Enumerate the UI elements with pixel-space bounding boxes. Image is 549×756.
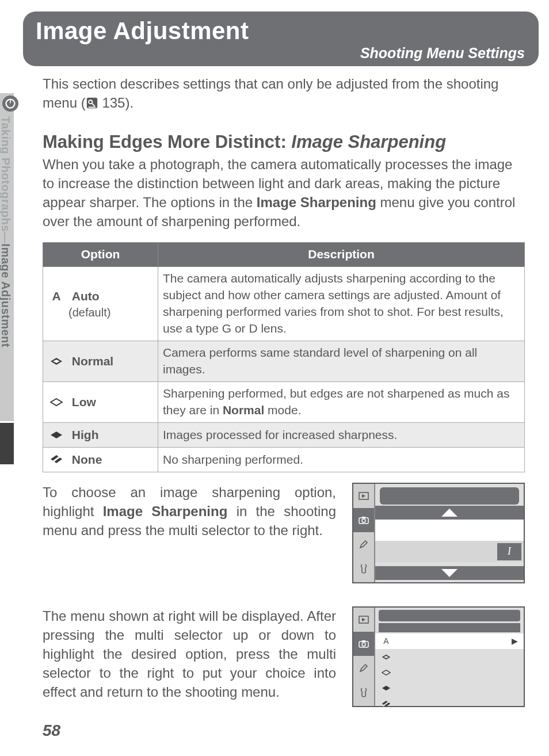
diamond-outline-icon [48, 394, 65, 411]
instruction-block-1: To choose an image sharpening option, hi… [43, 483, 525, 583]
shooting-tab-icon [353, 632, 374, 656]
setup-tab-icon [353, 680, 374, 704]
main-content: This section describes settings that can… [43, 74, 525, 707]
svg-rect-1 [10, 100, 11, 103]
diamond-solid-icon [380, 685, 392, 691]
side-tab-label: Taking Photographs—Image Adjustment [0, 116, 12, 348]
diamond-filled-icon [380, 654, 392, 660]
up-arrow-icon [441, 509, 458, 517]
body-paragraph-1: When you take a photograph, the camera a… [43, 155, 525, 231]
playback-tab-icon [353, 484, 374, 508]
submenu-row-auto: A ▶ [375, 633, 524, 649]
table-row: Low Sharpening performed, but edges are … [43, 382, 525, 423]
diamond-solid-icon [48, 427, 65, 444]
submenu-row-none [375, 696, 524, 711]
th-option: Option [43, 243, 158, 267]
right-arrow-icon: ▶ [512, 636, 518, 647]
th-description: Description [158, 243, 525, 267]
submenu-row-high [375, 680, 524, 696]
page-number: 58 [43, 721, 60, 740]
diamond-outline-icon [380, 670, 392, 675]
svg-marker-13 [362, 494, 365, 498]
section-title: Image Adjustment [23, 12, 539, 45]
camera-mode-icon [2, 96, 18, 112]
side-tab: Taking Photographs—Image Adjustment [0, 93, 21, 421]
diamond-filled-icon [48, 353, 65, 370]
table-row: A Auto (default) The camera automaticall… [43, 267, 525, 341]
thumb-tab [0, 423, 14, 464]
svg-marker-8 [51, 399, 62, 406]
svg-point-15 [362, 519, 365, 522]
submenu-row-normal [375, 649, 524, 665]
menu-screenshot-1: I [352, 483, 525, 583]
setup-tab-icon [353, 556, 374, 581]
svg-point-20 [362, 643, 365, 646]
section-header: Image Adjustment Shooting Menu Settings [23, 12, 539, 66]
no-symbol-icon [48, 452, 65, 468]
page-ref-icon [86, 95, 98, 114]
down-arrow-icon [441, 569, 458, 577]
option-icon-auto: A [48, 288, 65, 305]
menu-value-indicator: I [497, 543, 521, 560]
svg-rect-21 [362, 640, 365, 642]
menu-screenshot-2: A ▶ [352, 606, 525, 707]
section-heading: Making Edges More Distinct: Image Sharpe… [43, 130, 525, 155]
svg-marker-25 [382, 685, 390, 690]
pencil-tab-icon [353, 532, 374, 556]
options-table: Option Description A Auto (default) The … [43, 242, 525, 472]
svg-marker-9 [51, 432, 62, 438]
playback-tab-icon [353, 608, 374, 632]
instruction-block-2: The menu shown at right will be displaye… [43, 606, 525, 707]
submenu-row-low [375, 665, 524, 680]
menu-selected-row [375, 520, 524, 541]
shooting-tab-icon [353, 508, 374, 532]
no-symbol-icon [380, 700, 392, 707]
table-row: Normal Camera performs same standard lev… [43, 341, 525, 382]
pencil-tab-icon [353, 656, 374, 680]
intro-paragraph: This section describes settings that can… [43, 74, 525, 114]
table-row: High Images processed for increased shar… [43, 423, 525, 448]
table-row: None No sharpening performed. [43, 448, 525, 472]
svg-marker-24 [382, 670, 390, 675]
svg-marker-18 [362, 618, 365, 621]
option-icon-auto: A [380, 636, 392, 647]
section-subtitle: Shooting Menu Settings [23, 45, 539, 62]
svg-rect-16 [362, 517, 365, 518]
